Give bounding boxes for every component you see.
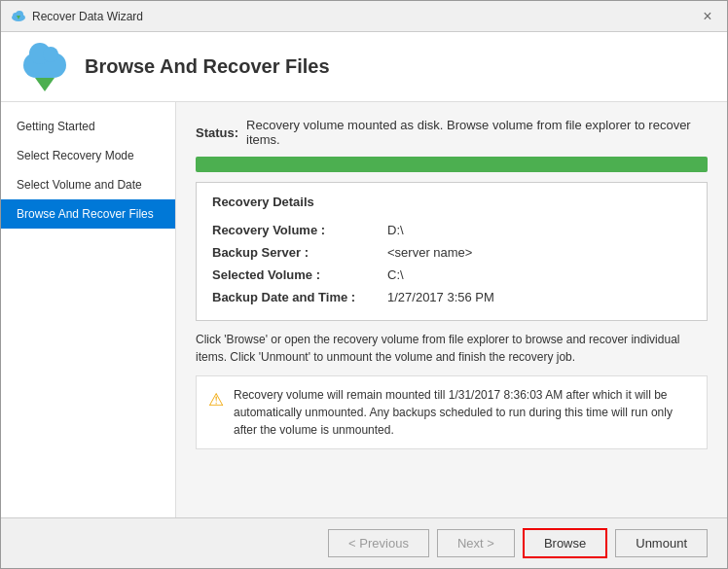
app-icon: [11, 9, 26, 24]
status-row: Status: Recovery volume mounted as disk.…: [196, 118, 708, 147]
titlebar-left: Recover Data Wizard: [11, 9, 143, 24]
detail-label-selected-vol: Selected Volume :: [212, 267, 387, 282]
detail-label-backup-date: Backup Date and Time :: [212, 290, 387, 304]
sidebar: Getting Started Select Recovery Mode Sel…: [1, 102, 176, 517]
wizard-footer: < Previous Next > Browse Unmount: [1, 517, 727, 568]
browse-button[interactable]: Browse: [523, 528, 607, 558]
status-label: Status:: [196, 125, 238, 140]
wizard-icon: [20, 43, 69, 91]
details-title: Recovery Details: [212, 195, 691, 209]
detail-label-server: Backup Server :: [212, 245, 387, 260]
status-text: Recovery volume mounted as disk. Browse …: [246, 118, 708, 147]
sidebar-item-browse-recover[interactable]: Browse And Recover Files: [1, 199, 175, 229]
info-text: Click 'Browse' or open the recovery volu…: [196, 331, 708, 366]
wizard-window: Recover Data Wizard × Browse And Recover…: [0, 0, 728, 569]
detail-row-backup-date: Backup Date and Time : 1/27/2017 3:56 PM: [212, 286, 691, 308]
detail-label-volume: Recovery Volume :: [212, 223, 387, 237]
next-button[interactable]: Next >: [437, 529, 515, 557]
detail-row-selected-vol: Selected Volume : C:\: [212, 264, 691, 286]
wizard-content: Getting Started Select Recovery Mode Sel…: [1, 102, 727, 517]
progress-bar: [196, 157, 708, 172]
wizard-header: Browse And Recover Files: [1, 32, 727, 102]
detail-value-server: <server name>: [387, 245, 472, 260]
unmount-button[interactable]: Unmount: [615, 529, 708, 557]
detail-row-server: Backup Server : <server name>: [212, 241, 691, 264]
sidebar-item-getting-started[interactable]: Getting Started: [1, 112, 175, 141]
close-button[interactable]: ×: [698, 7, 717, 26]
detail-value-volume: D:\: [387, 223, 404, 237]
sidebar-item-recovery-mode[interactable]: Select Recovery Mode: [1, 141, 175, 170]
progress-fill: [196, 157, 708, 172]
titlebar: Recover Data Wizard ×: [1, 1, 727, 32]
warning-text: Recovery volume will remain mounted till…: [234, 386, 695, 439]
warning-box: ⚠ Recovery volume will remain mounted ti…: [196, 375, 708, 449]
recovery-details-box: Recovery Details Recovery Volume : D:\ B…: [196, 182, 708, 321]
previous-button[interactable]: < Previous: [328, 529, 429, 557]
detail-row-volume: Recovery Volume : D:\: [212, 219, 691, 241]
warning-icon: ⚠: [208, 387, 224, 413]
detail-value-selected-vol: C:\: [387, 267, 404, 282]
window-title: Recover Data Wizard: [32, 10, 143, 23]
sidebar-item-volume-date[interactable]: Select Volume and Date: [1, 170, 175, 199]
wizard-title: Browse And Recover Files: [85, 55, 330, 78]
main-content: Status: Recovery volume mounted as disk.…: [176, 102, 727, 517]
detail-value-backup-date: 1/27/2017 3:56 PM: [387, 290, 494, 304]
